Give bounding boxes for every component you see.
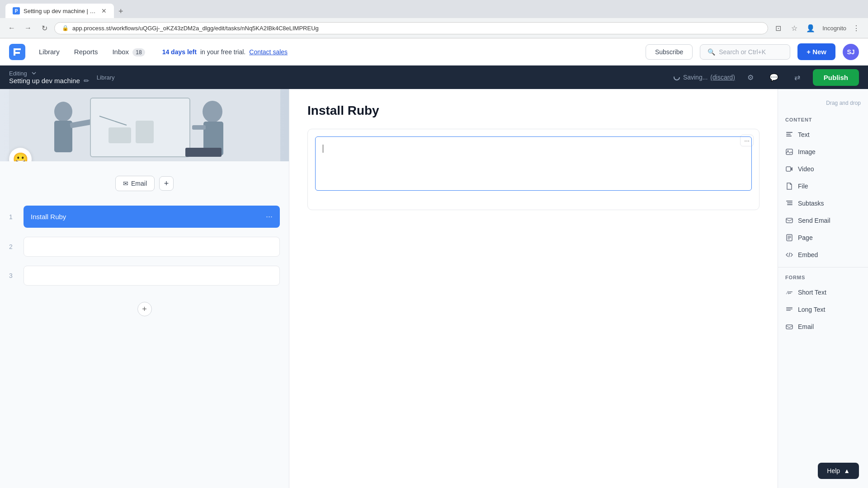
nav-forward-button[interactable]: →: [22, 22, 34, 34]
address-bar[interactable]: 🔒 app.process.st/workflows/uQGGj-_oKZ43z…: [54, 22, 768, 34]
trial-bold-text: 14 days left: [162, 48, 197, 56]
right-item-page[interactable]: Page: [778, 229, 868, 246]
lock-icon: 🔒: [62, 25, 69, 31]
right-item-image[interactable]: Image: [778, 143, 868, 160]
active-tab[interactable]: P Setting up dev machine | Process... ✕: [5, 4, 114, 18]
task-card-1[interactable]: Install Ruby ···: [24, 206, 280, 228]
task-number-2: 2: [9, 243, 18, 250]
image-icon: [785, 148, 793, 156]
svg-text:P: P: [15, 9, 18, 14]
svg-rect-23: [787, 204, 793, 205]
long-text-label: Long Text: [798, 306, 825, 313]
right-item-text[interactable]: Text: [778, 126, 868, 143]
browser-chrome: P Setting up dev machine | Process... ✕ …: [0, 0, 868, 38]
svg-point-11: [203, 101, 222, 122]
svg-rect-28: [788, 239, 790, 239]
right-item-file[interactable]: File: [778, 178, 868, 195]
page-icon: [785, 234, 793, 242]
tab-close-icon[interactable]: ✕: [101, 7, 107, 14]
search-box[interactable]: 🔍 Search or Ctrl+K: [700, 44, 790, 60]
comment-icon: 💬: [769, 73, 778, 82]
settings-icon: ⚙: [747, 73, 754, 82]
svg-rect-9: [108, 127, 131, 143]
shuffle-button[interactable]: ⇄: [789, 69, 806, 85]
svg-rect-22: [787, 202, 793, 203]
embed-icon: [785, 251, 793, 259]
add-task-button[interactable]: +: [137, 302, 152, 316]
video-label: Video: [798, 165, 814, 173]
subtasks-label: Subtasks: [798, 200, 824, 207]
task-item-1: 1 Install Ruby ···: [9, 202, 280, 231]
profile-icon[interactable]: 👤: [804, 22, 817, 34]
help-button[interactable]: Help ▲: [818, 463, 859, 479]
short-text-label: Short Text: [798, 289, 826, 296]
chevron-icon: [31, 70, 37, 76]
comment-button[interactable]: 💬: [766, 69, 782, 85]
svg-rect-31: [789, 291, 793, 292]
short-text-icon: A: [785, 288, 793, 296]
svg-line-29: [789, 253, 790, 257]
publish-button[interactable]: Publish: [813, 69, 859, 86]
main-layout: 😀 ✉ Email + 1 Install Ruby ··· 2: [0, 89, 868, 488]
incognito-label: Incognito: [822, 25, 846, 32]
nav-back-button[interactable]: ←: [5, 22, 18, 34]
new-tab-button[interactable]: +: [115, 5, 127, 18]
task-number-3: 3: [9, 272, 18, 279]
right-item-subtasks[interactable]: Subtasks: [778, 195, 868, 212]
inbox-badge: 18: [132, 48, 145, 56]
right-item-video[interactable]: Video: [778, 160, 868, 178]
svg-point-2: [674, 75, 679, 80]
svg-rect-18: [786, 149, 793, 155]
page-label: Page: [798, 234, 813, 241]
send-email-icon: [785, 216, 793, 225]
nav-refresh-button[interactable]: ↻: [38, 22, 51, 34]
content-editor[interactable]: [315, 136, 752, 191]
editing-label: Editing: [9, 70, 90, 77]
right-item-short-text[interactable]: A Short Text: [778, 284, 868, 301]
email-button[interactable]: ✉ Email: [115, 176, 155, 191]
trial-banner: 14 days left in your free trial. Contact…: [162, 48, 288, 56]
task-number-1: 1: [9, 213, 18, 221]
cast-icon[interactable]: ⊡: [772, 22, 784, 34]
svg-rect-10: [136, 121, 154, 143]
drag-drop-hint: Drag and drop: [778, 96, 868, 113]
help-label: Help: [827, 467, 840, 474]
add-step-button[interactable]: +: [159, 176, 174, 191]
search-placeholder: Search or Ctrl+K: [719, 48, 766, 56]
contact-sales-link[interactable]: Contact sales: [249, 48, 288, 56]
text-cursor: [323, 145, 323, 153]
task-card-2[interactable]: [24, 237, 280, 257]
svg-rect-14: [185, 148, 222, 157]
task-menu-button-1[interactable]: ···: [266, 212, 273, 221]
nav-library[interactable]: Library: [33, 44, 66, 59]
settings-button[interactable]: ⚙: [742, 69, 759, 85]
new-button[interactable]: + New: [797, 43, 835, 60]
right-item-long-text[interactable]: Long Text: [778, 301, 868, 318]
content-area: ···: [307, 129, 760, 210]
center-panel: Install Ruby ···: [289, 89, 778, 488]
task-card-3[interactable]: [24, 266, 280, 286]
bookmark-icon[interactable]: ☆: [788, 22, 801, 34]
svg-rect-36: [786, 325, 793, 329]
svg-rect-24: [786, 218, 793, 223]
editing-text: Editing: [9, 70, 27, 77]
right-item-embed[interactable]: Embed: [778, 246, 868, 263]
nav-reports[interactable]: Reports: [68, 44, 104, 59]
task-item-3: 3: [9, 262, 280, 289]
subscribe-button[interactable]: Subscribe: [646, 44, 693, 60]
nav-inbox[interactable]: Inbox 18: [106, 44, 151, 59]
discard-link[interactable]: (discard): [710, 74, 735, 81]
avatar[interactable]: SJ: [843, 44, 859, 60]
menu-icon[interactable]: ⋮: [850, 22, 863, 34]
help-chevron-icon: ▲: [844, 467, 850, 474]
editor-bar: Editing Setting up dev machine ✏ Library…: [0, 66, 868, 89]
task-toolbar: ✉ Email +: [0, 161, 289, 198]
task-cover-image: 😀: [0, 89, 289, 161]
saving-status: Saving... (discard): [673, 74, 735, 81]
edit-title-icon[interactable]: ✏: [84, 77, 90, 85]
right-item-email-form[interactable]: Email: [778, 318, 868, 335]
tab-title: Setting up dev machine | Process...: [24, 8, 98, 14]
svg-rect-32: [789, 293, 791, 294]
right-item-send-email[interactable]: Send Email: [778, 212, 868, 229]
video-icon: [785, 165, 793, 173]
